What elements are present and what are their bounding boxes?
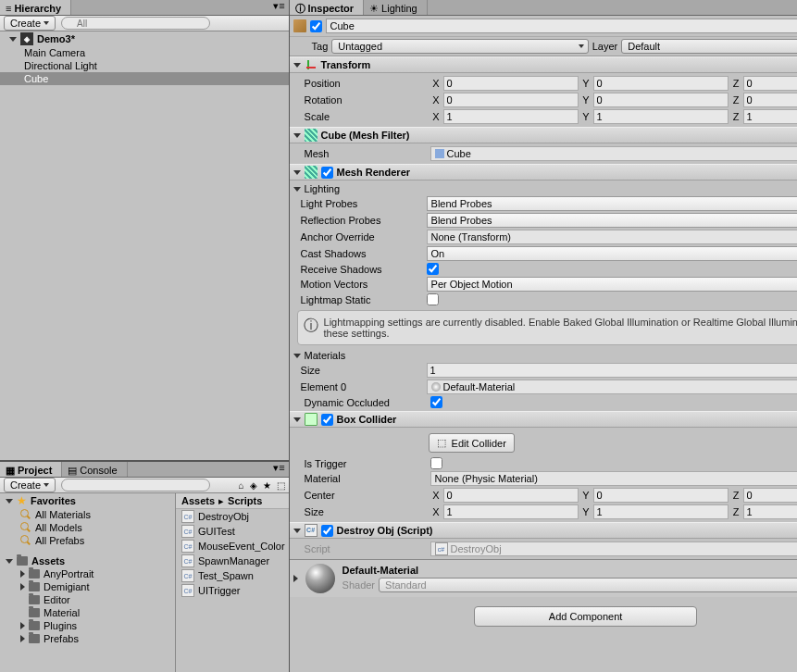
- foldout-arrow-icon[interactable]: [9, 37, 17, 42]
- script-item[interactable]: C#UITrigger: [176, 583, 289, 598]
- breadcrumb-scripts[interactable]: Scripts: [228, 495, 262, 506]
- scale-y-input[interactable]: [593, 109, 729, 124]
- boxcollider-enabled-checkbox[interactable]: [321, 414, 333, 426]
- gameobject-name-input[interactable]: [326, 19, 797, 33]
- position-y-input[interactable]: [593, 76, 729, 91]
- filter-icon[interactable]: ★: [263, 480, 271, 491]
- reflectionprobes-select[interactable]: Blend Probes: [427, 213, 797, 228]
- castshadows-select[interactable]: On: [427, 246, 797, 261]
- layer-select[interactable]: Default: [621, 39, 797, 54]
- assets-header[interactable]: Assets: [0, 554, 175, 567]
- transform-header[interactable]: Transform ? ↻: [290, 56, 797, 73]
- tab-options-icon[interactable]: ▾≡: [269, 462, 288, 477]
- scale-z-input[interactable]: [743, 109, 797, 124]
- create-button[interactable]: Create: [4, 16, 56, 31]
- anchoroverride-field[interactable]: None (Transform): [427, 230, 797, 244]
- collider-size-z-input[interactable]: [743, 504, 797, 519]
- tab-console[interactable]: ▤ Console: [62, 462, 127, 477]
- hierarchy-scene[interactable]: ◈ Demo3*: [0, 31, 289, 46]
- asset-folder[interactable]: Prefabs: [0, 632, 175, 645]
- script-field: c#DestroyObj: [430, 541, 797, 556]
- fav-all-materials[interactable]: All Materials: [0, 508, 175, 521]
- tag-select[interactable]: Untagged: [331, 39, 588, 54]
- tab-inspector[interactable]: ⓘ Inspector: [290, 0, 365, 15]
- tab-hierarchy[interactable]: ≡ Hierarchy: [0, 0, 71, 15]
- hierarchy-item-cube[interactable]: Cube: [0, 72, 289, 85]
- asset-folder[interactable]: Plugins: [0, 619, 175, 632]
- foldout-arrow-icon[interactable]: [293, 170, 301, 175]
- asset-folder[interactable]: Material: [0, 606, 175, 619]
- foldout-arrow-icon[interactable]: [293, 63, 301, 68]
- foldout-arrow-icon[interactable]: [20, 583, 25, 591]
- foldout-arrow-icon[interactable]: [6, 559, 13, 564]
- rotation-y-input[interactable]: [593, 93, 729, 107]
- dynamicoccluded-checkbox[interactable]: [430, 396, 442, 408]
- center-y-input[interactable]: [593, 488, 729, 503]
- asset-folder[interactable]: Demigiant: [0, 580, 175, 593]
- fav-all-prefabs[interactable]: All Prefabs: [0, 534, 175, 547]
- favorites-header[interactable]: ★ Favorites: [0, 493, 175, 508]
- tab-lighting[interactable]: ☀ Lighting: [364, 0, 428, 15]
- collider-material-field[interactable]: None (Physic Material): [430, 471, 797, 486]
- project-search-input[interactable]: [61, 479, 210, 492]
- lighting-foldout[interactable]: Lighting: [290, 182, 797, 195]
- meshrenderer-header[interactable]: Mesh Renderer ?↻: [290, 164, 797, 180]
- breadcrumb-assets[interactable]: Assets: [181, 495, 215, 506]
- foldout-arrow-icon[interactable]: [293, 417, 301, 422]
- center-z-input[interactable]: [743, 488, 797, 503]
- create-label: Create: [10, 18, 41, 29]
- hierarchy-search-input[interactable]: [61, 17, 210, 30]
- foldout-arrow-icon[interactable]: [293, 529, 301, 533]
- foldout-arrow-icon[interactable]: [20, 570, 25, 578]
- boxcollider-header[interactable]: Box Collider ?↻: [290, 411, 797, 428]
- destroyscript-header[interactable]: C# Destroy Obj (Script) ?↻: [290, 522, 797, 539]
- mesh-field[interactable]: Cube: [430, 146, 797, 161]
- z-label: Z: [730, 506, 741, 517]
- scale-x-input[interactable]: [443, 109, 579, 124]
- gameobject-active-checkbox[interactable]: [310, 20, 322, 32]
- tab-project[interactable]: ▦ Project: [0, 462, 62, 477]
- istrigger-checkbox[interactable]: [430, 457, 442, 469]
- filter-icon[interactable]: ⌂: [239, 480, 244, 491]
- foldout-arrow-icon[interactable]: [20, 635, 25, 642]
- project-create-button[interactable]: Create: [4, 478, 56, 492]
- element0-field[interactable]: Default-Material: [427, 380, 797, 394]
- hierarchy-item-main-camera[interactable]: Main Camera: [0, 46, 289, 59]
- destroyscript-enabled-checkbox[interactable]: [321, 525, 333, 537]
- collider-size-x-input[interactable]: [443, 504, 579, 519]
- receiveshadows-checkbox[interactable]: [427, 263, 439, 275]
- position-z-input[interactable]: [743, 76, 797, 91]
- center-x-input[interactable]: [443, 488, 579, 503]
- script-item[interactable]: C#MouseEvent_Color: [176, 539, 289, 554]
- collider-size-y-input[interactable]: [593, 504, 729, 519]
- materials-foldout[interactable]: Materials: [290, 349, 797, 362]
- tab-options-icon[interactable]: ▾≡: [269, 0, 288, 15]
- script-item[interactable]: C#SpawnManager: [176, 554, 289, 568]
- lightmapstatic-checkbox[interactable]: [427, 293, 439, 305]
- script-item[interactable]: C#GUITest: [176, 524, 289, 539]
- foldout-arrow-icon[interactable]: [20, 622, 25, 629]
- fav-all-models[interactable]: All Models: [0, 521, 175, 534]
- lightprobes-select[interactable]: Blend Probes: [427, 196, 797, 211]
- save-icon[interactable]: ⬚: [277, 480, 285, 491]
- position-x-input[interactable]: [443, 76, 579, 91]
- hierarchy-item-directional-light[interactable]: Directional Light: [0, 59, 289, 72]
- shader-select[interactable]: Standard: [379, 578, 797, 592]
- foldout-arrow-icon[interactable]: [6, 499, 13, 504]
- script-item[interactable]: C#DestroyObj: [176, 509, 289, 524]
- meshfilter-header[interactable]: Cube (Mesh Filter) ?↻: [290, 127, 797, 143]
- rotation-z-input[interactable]: [743, 93, 797, 107]
- asset-folder[interactable]: AnyPortrait: [0, 567, 175, 580]
- script-item[interactable]: C#Test_Spawn: [176, 568, 289, 583]
- add-component-button[interactable]: Add Component: [474, 606, 698, 627]
- filter-icon[interactable]: ◈: [250, 480, 257, 491]
- asset-folder[interactable]: Editor: [0, 593, 175, 606]
- motionvectors-select[interactable]: Per Object Motion: [427, 277, 797, 292]
- foldout-arrow-icon[interactable]: [293, 133, 301, 138]
- meshrenderer-enabled-checkbox[interactable]: [321, 167, 333, 179]
- rotation-x-input[interactable]: [443, 93, 579, 107]
- edit-collider-button[interactable]: ⬚Edit Collider: [429, 433, 515, 453]
- foldout-arrow-icon[interactable]: [293, 575, 298, 582]
- gameobject-icon[interactable]: [293, 19, 306, 32]
- materials-size-input[interactable]: [427, 363, 797, 378]
